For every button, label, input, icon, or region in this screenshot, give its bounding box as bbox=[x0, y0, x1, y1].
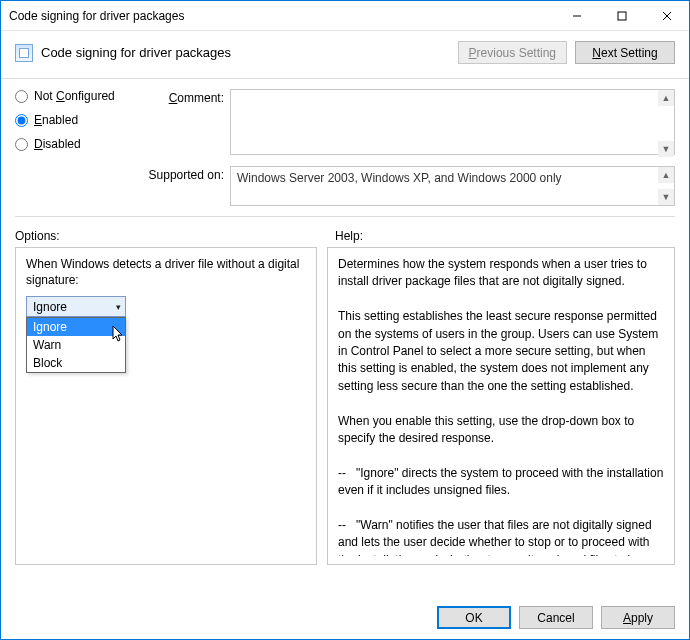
policy-icon bbox=[15, 44, 33, 62]
radio-not-configured[interactable]: Not Configured bbox=[15, 89, 135, 103]
titlebar: Code signing for driver packages bbox=[1, 1, 689, 31]
maximize-button[interactable] bbox=[599, 1, 644, 30]
signature-action-dropdown: Ignore Warn Block bbox=[26, 317, 126, 373]
close-button[interactable] bbox=[644, 1, 689, 30]
radio-disabled-input[interactable] bbox=[15, 138, 28, 151]
policy-title: Code signing for driver packages bbox=[41, 45, 450, 60]
supported-scroll-down[interactable]: ▼ bbox=[658, 189, 674, 205]
settings-top: Not Configured Enabled Disabled Comment:… bbox=[1, 79, 689, 206]
signature-action-combo[interactable]: Ignore ▾ Ignore Warn Block bbox=[26, 296, 126, 317]
supported-scroll-up[interactable]: ▲ bbox=[658, 167, 674, 183]
scroll-down-icon: ▼ bbox=[658, 141, 674, 157]
options-description: When Windows detects a driver file witho… bbox=[26, 256, 306, 288]
supported-label: Supported on: bbox=[135, 166, 230, 182]
cancel-button[interactable]: Cancel bbox=[519, 606, 593, 629]
radio-disabled[interactable]: Disabled bbox=[15, 137, 135, 151]
window-title: Code signing for driver packages bbox=[9, 9, 554, 23]
chevron-down-icon: ▾ bbox=[116, 302, 121, 312]
help-text: Determines how the system responds when … bbox=[338, 256, 664, 556]
scroll-up-icon: ▲ bbox=[658, 90, 674, 106]
comment-scrollbar[interactable]: ▲ ▼ bbox=[658, 90, 674, 157]
svg-rect-1 bbox=[618, 12, 626, 20]
dialog-buttons: OK Cancel Apply bbox=[437, 606, 675, 629]
options-label: Options: bbox=[15, 229, 335, 243]
options-pane: When Windows detects a driver file witho… bbox=[15, 247, 317, 565]
comment-label: Comment: bbox=[135, 89, 230, 105]
scroll-up-icon: ▲ bbox=[658, 167, 674, 183]
next-setting-button[interactable]: Next Setting bbox=[575, 41, 675, 64]
dropdown-option-warn[interactable]: Warn bbox=[27, 336, 125, 354]
scroll-down-icon: ▼ bbox=[658, 189, 674, 205]
dropdown-option-ignore[interactable]: Ignore bbox=[27, 318, 125, 336]
supported-on-text: Windows Server 2003, Windows XP, and Win… bbox=[230, 166, 675, 206]
fields: Comment: ▲ ▼ Supported on: Windows Serve… bbox=[135, 89, 675, 206]
section-labels: Options: Help: bbox=[1, 217, 689, 247]
apply-button[interactable]: Apply bbox=[601, 606, 675, 629]
ok-button[interactable]: OK bbox=[437, 606, 511, 629]
comment-textarea[interactable] bbox=[230, 89, 675, 155]
combo-selected-value: Ignore bbox=[33, 300, 116, 314]
help-label: Help: bbox=[335, 229, 363, 243]
dropdown-option-block[interactable]: Block bbox=[27, 354, 125, 372]
minimize-button[interactable] bbox=[554, 1, 599, 30]
radio-not-configured-input[interactable] bbox=[15, 90, 28, 103]
state-radio-group: Not Configured Enabled Disabled bbox=[15, 89, 135, 206]
radio-enabled-input[interactable] bbox=[15, 114, 28, 127]
help-pane: Determines how the system responds when … bbox=[327, 247, 675, 565]
radio-enabled[interactable]: Enabled bbox=[15, 113, 135, 127]
policy-header: Code signing for driver packages Previou… bbox=[1, 31, 689, 79]
panes: When Windows detects a driver file witho… bbox=[1, 247, 689, 565]
previous-setting-button[interactable]: Previous Setting bbox=[458, 41, 567, 64]
